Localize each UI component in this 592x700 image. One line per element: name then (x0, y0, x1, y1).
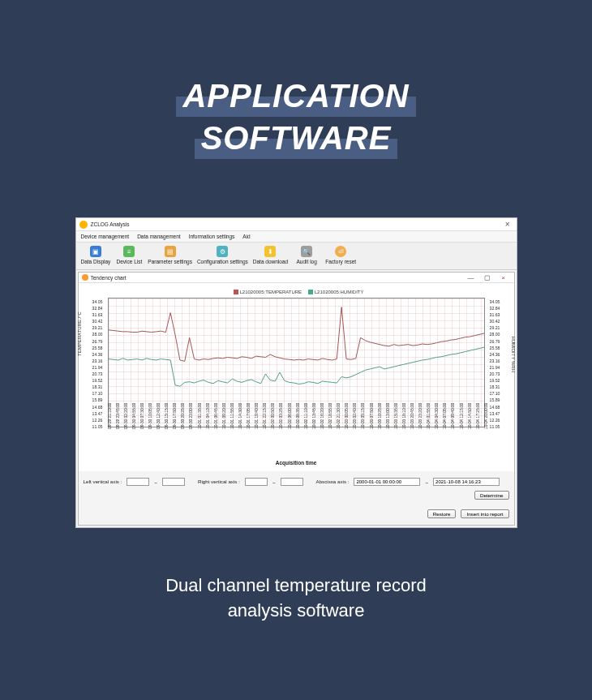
menu-aid[interactable]: Aid (242, 234, 250, 239)
left-vertical-axis-label: Left vertical axis : (84, 479, 122, 485)
tool-parameter-settings[interactable]: ▤Parameter settings (148, 246, 192, 264)
menu-data-management[interactable]: Data management (137, 234, 180, 239)
legend-swatch-humidity (308, 290, 313, 294)
y-tick: 12.26 (490, 418, 509, 423)
x-axis-title: Acquisition time (85, 460, 508, 466)
tilde-3: ~ (425, 479, 428, 485)
y-tick: 31.63 (84, 312, 103, 317)
legend-label-temperature: L21020005:TEMPERATURE (240, 290, 302, 294)
y-tick: 30.42 (84, 319, 103, 324)
left-axis-max-input[interactable] (162, 478, 185, 486)
reset-icon: ⏎ (335, 246, 346, 257)
child-close-button[interactable]: × (496, 273, 511, 281)
tool-data-display[interactable]: ▣Data Display (81, 246, 111, 264)
hero-line-2: SOFTWARE (195, 117, 398, 159)
gear-icon: ⚙ (217, 246, 228, 257)
y-tick: 24.36 (84, 352, 103, 357)
y-tick: 24.36 (490, 352, 509, 357)
menu-information-settings[interactable]: Information settings (189, 234, 235, 239)
tool-label: Factory reset (325, 259, 356, 264)
tilde-2: ~ (272, 479, 276, 485)
y-tick: 11.05 (84, 424, 103, 429)
app-window: ZCLOG Analysis × Device management Data … (75, 217, 517, 528)
right-vertical-axis-label: Right vertical axis : (198, 479, 240, 485)
right-axis-max-input[interactable] (281, 478, 303, 486)
y-tick: 25.58 (84, 346, 103, 350)
y-tick: 28.00 (84, 332, 103, 337)
caption-line-2: analysis software (228, 600, 365, 621)
tool-label: Device List (116, 259, 142, 264)
tool-factory-reset[interactable]: ⏎Factory reset (325, 246, 356, 264)
log-icon: 🔍 (301, 246, 312, 257)
tool-configuration-settings[interactable]: ⚙Configuration settings (197, 246, 248, 264)
series-line (109, 307, 484, 362)
y-tick: 13.47 (84, 411, 103, 416)
tool-data-download[interactable]: ⬇Data download (253, 246, 288, 264)
y-tick: 21.94 (490, 365, 509, 370)
y-tick: 20.73 (490, 371, 509, 376)
display-icon: ▣ (90, 246, 101, 257)
y-tick: 34.05 (84, 299, 103, 304)
list-icon: ≡ (123, 246, 135, 257)
hero-title: APPLICATION SOFTWARE (176, 75, 415, 159)
menu-device-management[interactable]: Device management (81, 234, 130, 239)
caption-line-1: Dual channel temperature record (165, 575, 427, 595)
window-close-button[interactable]: × (502, 220, 513, 229)
y-tick: 29.21 (84, 325, 103, 330)
tool-label: Audit log (297, 259, 317, 264)
restore-button[interactable]: Restore (427, 509, 457, 518)
y-tick: 17.10 (84, 391, 103, 396)
y-tick: 15.89 (490, 397, 509, 402)
y-tick: 26.79 (490, 339, 509, 344)
child-minimize-button[interactable]: — (464, 273, 478, 281)
tool-label: Configuration settings (197, 259, 248, 264)
y-tick: 15.89 (84, 397, 103, 402)
right-axis-min-input[interactable] (245, 478, 268, 486)
child-title: Tendency chart (91, 275, 127, 281)
y-tick: 32.84 (84, 306, 103, 311)
determine-button[interactable]: Determine (474, 491, 509, 500)
tool-label: Parameter settings (148, 259, 192, 264)
y-tick: 30.42 (490, 319, 509, 324)
y-tick: 23.16 (490, 359, 509, 363)
y-tick: 19.52 (490, 378, 509, 383)
y-tick: 31.63 (490, 312, 509, 317)
y-axis-right-title: HUMIDITY %RH (511, 336, 516, 372)
tendency-chart-window: Tendency chart — ▢ × L21020005:TEMPERATU… (78, 272, 515, 526)
y-tick: 26.79 (84, 339, 103, 344)
legend-swatch-temperature (234, 290, 238, 294)
y-tick: 18.31 (84, 384, 103, 389)
titlebar: ZCLOG Analysis × (76, 218, 517, 231)
caption: Dual channel temperature record analysis… (165, 573, 427, 624)
download-icon: ⬇ (264, 246, 276, 257)
y-tick: 20.73 (84, 371, 103, 376)
chart-legend: L21020005:TEMPERATURE L21020005:HUMIDITY (85, 290, 508, 294)
app-icon (79, 221, 88, 229)
tool-audit-log[interactable]: 🔍Audit log (293, 246, 320, 264)
y-tick: 14.68 (84, 405, 103, 410)
child-maximize-button[interactable]: ▢ (480, 273, 495, 281)
hero-line-1: APPLICATION (176, 75, 415, 117)
tool-device-list[interactable]: ≡Device List (115, 246, 143, 264)
y-tick: 17.10 (490, 391, 509, 396)
menubar: Device management Data management Inform… (76, 231, 517, 243)
y-tick: 18.31 (490, 384, 509, 389)
y-tick: 21.94 (84, 365, 103, 370)
left-axis-min-input[interactable] (127, 478, 149, 486)
y-tick: 25.58 (490, 346, 509, 350)
y-tick: 19.52 (84, 378, 103, 383)
y-tick: 29.21 (490, 325, 509, 330)
settings-icon: ▤ (165, 246, 176, 257)
app-title: ZCLOG Analysis (91, 221, 130, 227)
y-tick: 14.68 (490, 405, 509, 410)
y-axis-left-ticks: 34.0532.8431.6330.4229.2128.0026.7925.58… (84, 299, 105, 429)
legend-label-humidity: L21020005:HUMIDITY (315, 290, 364, 294)
action-buttons-row: Restore Insert into report (79, 506, 514, 525)
axis-controls-row: Left vertical axis : ~ Right vertical ax… (79, 471, 514, 506)
series-line (109, 348, 484, 387)
insert-report-button[interactable]: Insert into report (461, 509, 508, 518)
y-tick: 23.16 (84, 359, 103, 363)
abscissa-to-input[interactable] (433, 478, 500, 486)
y-tick: 11.05 (490, 424, 509, 429)
abscissa-from-input[interactable] (354, 478, 420, 486)
